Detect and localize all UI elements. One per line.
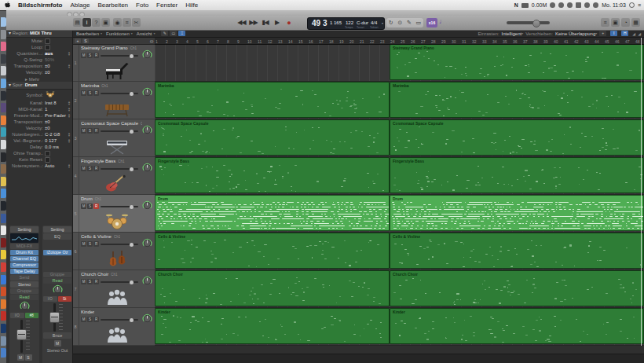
dock-app-icon[interactable] bbox=[1, 311, 6, 321]
track-header-7[interactable]: 7Church ChoirCh1MSR bbox=[72, 270, 155, 308]
record-arm-button[interactable]: R bbox=[93, 166, 99, 171]
track-volume-thumb[interactable] bbox=[130, 92, 134, 96]
tracks-menu-bearbeiten[interactable]: Bearbeiten bbox=[72, 31, 103, 36]
pan-knob[interactable] bbox=[10, 301, 38, 312]
rewind-button[interactable]: ◀◀ bbox=[236, 18, 247, 28]
window-titlebar[interactable] bbox=[6, 10, 644, 16]
midi-region[interactable]: Cosmonaut Space Capsule bbox=[390, 119, 644, 156]
solo-button[interactable]: S bbox=[87, 279, 93, 284]
dock-app-icon[interactable] bbox=[1, 287, 6, 296]
record-arm-button[interactable]: R bbox=[93, 279, 99, 284]
tracks-menu-ansicht[interactable]: Ansicht bbox=[133, 31, 156, 36]
track-volume-thumb[interactable] bbox=[130, 130, 134, 134]
dock-app-icon[interactable] bbox=[1, 66, 6, 75]
track-volume-thumb[interactable] bbox=[130, 205, 134, 209]
dock-app-icon[interactable] bbox=[1, 164, 6, 174]
mute-button[interactable]: M bbox=[81, 241, 86, 247]
track-header-4[interactable]: 4Fingerstyle BassCh1MSR bbox=[72, 157, 155, 195]
track-pan-knob[interactable] bbox=[142, 237, 152, 248]
track-volume-thumb[interactable] bbox=[130, 243, 134, 247]
note-pads-icon[interactable]: ▣ bbox=[611, 18, 620, 27]
loop-browser-icon[interactable]: ◔ bbox=[621, 18, 630, 27]
mute-button[interactable]: M bbox=[81, 53, 86, 58]
io-button[interactable]: I/O bbox=[10, 313, 24, 318]
dock-app-icon[interactable] bbox=[1, 250, 6, 259]
insert-slot[interactable]: Channel EQ bbox=[10, 256, 38, 262]
dock-app-icon[interactable] bbox=[1, 275, 6, 284]
solo-button[interactable]: S bbox=[87, 166, 93, 171]
library-icon[interactable]: ▤ bbox=[73, 18, 82, 27]
record-arm-button[interactable]: R bbox=[93, 204, 99, 209]
battery-icon[interactable] bbox=[584, 2, 590, 8]
mute-button[interactable]: M bbox=[81, 317, 86, 322]
param-checkbox[interactable] bbox=[45, 157, 50, 163]
bounce-button[interactable]: Bnce bbox=[43, 332, 71, 339]
bottom-scroll-strip[interactable] bbox=[72, 354, 644, 363]
param-checkbox[interactable] bbox=[45, 38, 50, 44]
midi-region[interactable]: Church Choir bbox=[390, 270, 644, 306]
dock-app-icon[interactable] bbox=[1, 140, 6, 149]
insert-slot[interactable]: iZotope Oz bbox=[43, 250, 71, 255]
dock-app-icon[interactable] bbox=[1, 152, 6, 162]
solo-button[interactable]: S bbox=[87, 53, 93, 58]
insert-slot[interactable]: Compressor bbox=[10, 262, 38, 268]
volume-fader[interactable] bbox=[43, 303, 71, 332]
param-checkbox[interactable] bbox=[45, 151, 50, 156]
record-arm-button[interactable]: R bbox=[93, 53, 99, 58]
toolbox-icon[interactable]: ▣ bbox=[101, 18, 110, 27]
insert-slot[interactable]: Drum Kit bbox=[10, 250, 38, 255]
mute-button[interactable]: M bbox=[81, 279, 86, 284]
track-volume-thumb[interactable] bbox=[130, 280, 134, 284]
dock-app-icon[interactable] bbox=[1, 127, 6, 137]
send-slot[interactable]: Send bbox=[10, 275, 38, 280]
track-pan-knob[interactable] bbox=[142, 124, 152, 134]
horizontal-zoom-slider[interactable]: ◢ bbox=[638, 31, 641, 36]
eq-thumbnail[interactable] bbox=[10, 233, 38, 243]
param-checkbox[interactable] bbox=[45, 45, 50, 50]
param-value[interactable]: 0 127 bbox=[45, 138, 57, 143]
track-name[interactable]: Fingerstyle BassCh1 bbox=[81, 159, 125, 163]
status-logo[interactable]: N bbox=[514, 2, 518, 8]
track-header-options-icon[interactable]: ▭ bbox=[148, 38, 155, 43]
duplicate-track-button[interactable]: S bbox=[82, 38, 89, 43]
stepper-control[interactable]: ▲▼ bbox=[68, 51, 71, 56]
param-value[interactable]: Inst 8 bbox=[45, 101, 57, 105]
low-latency-icon[interactable]: ▭ bbox=[416, 20, 422, 26]
list-editors-icon[interactable]: ≡ bbox=[601, 18, 609, 27]
track-pan-knob[interactable] bbox=[142, 200, 152, 210]
snap-value-dropdown[interactable]: Intelligent bbox=[501, 31, 521, 36]
param-value[interactable]: Auto bbox=[45, 163, 54, 168]
pan-knob[interactable] bbox=[43, 284, 71, 295]
midi-region[interactable]: Fingerstyle Bass bbox=[390, 157, 644, 193]
fader-cap[interactable] bbox=[16, 329, 27, 340]
track-volume-slider[interactable] bbox=[101, 244, 138, 245]
param-value[interactable]: ±0 bbox=[45, 126, 50, 130]
master-volume-thumb[interactable] bbox=[532, 20, 540, 28]
track-volume-slider[interactable] bbox=[101, 206, 138, 207]
record-button[interactable]: ● bbox=[284, 18, 294, 28]
solo-button[interactable]: S bbox=[25, 354, 32, 361]
group-slot[interactable]: Gruppe bbox=[10, 288, 38, 294]
keyboard-icon[interactable] bbox=[550, 2, 555, 8]
param-value[interactable]: ±0 bbox=[45, 70, 50, 75]
mute-button[interactable]: M bbox=[81, 204, 86, 209]
record-arm-button[interactable]: R bbox=[93, 90, 99, 96]
more-toggle[interactable]: ▸ Mehr bbox=[25, 76, 39, 82]
dock-app-icon[interactable] bbox=[1, 79, 6, 88]
param-value[interactable]: Pre-Fader bbox=[45, 113, 66, 118]
stereo-badge[interactable]: St bbox=[58, 296, 72, 302]
go-to-beginning-button[interactable]: ▮◀ bbox=[260, 18, 270, 28]
metronome-button[interactable]: ♩ bbox=[439, 17, 446, 25]
lcd-mode-caret[interactable]: ▾ bbox=[382, 21, 383, 25]
mute-button[interactable]: M bbox=[81, 166, 86, 171]
track-volume-thumb[interactable] bbox=[130, 167, 134, 171]
track-pan-knob[interactable] bbox=[142, 86, 152, 97]
midi-region[interactable]: Steinway Grand Piano bbox=[390, 44, 644, 80]
dock-app-icon[interactable] bbox=[1, 103, 6, 112]
editors-icon[interactable]: ✂ bbox=[132, 18, 141, 27]
mute-button[interactable]: M bbox=[17, 354, 24, 361]
dock-app-icon[interactable] bbox=[1, 42, 6, 51]
track-name[interactable]: Cosmonaut Space CapsuleCh1 bbox=[81, 121, 142, 126]
dock-app-icon[interactable] bbox=[1, 91, 6, 101]
track-volume-thumb[interactable] bbox=[130, 318, 134, 322]
